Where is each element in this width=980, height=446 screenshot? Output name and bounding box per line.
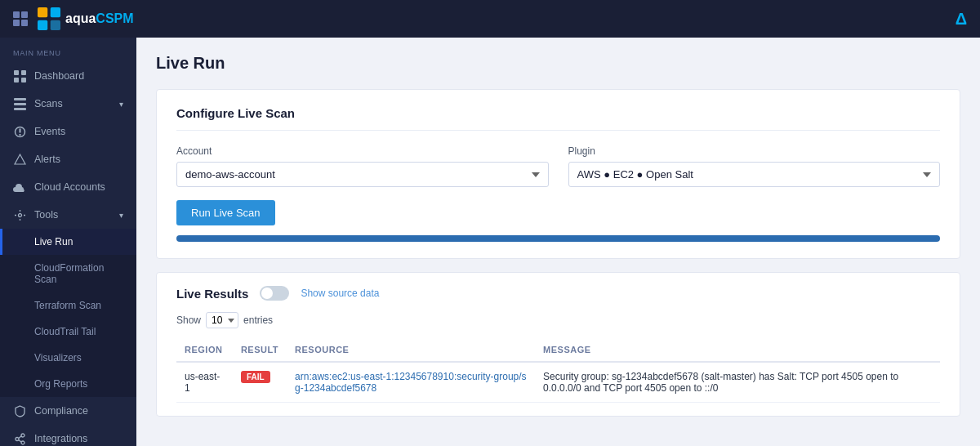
tools-icon [13,208,26,221]
progress-bar [176,235,940,242]
configure-scan-title: Configure Live Scan [176,106,940,131]
results-header: Live Results Show source data [176,286,940,301]
sidebar-item-scans-label: Scans [34,98,63,109]
entries-label: entries [243,314,273,326]
results-card: Live Results Show source data Show 10 25… [156,272,960,417]
toggle-switch[interactable] [260,286,289,301]
sidebar-item-cloud-accounts[interactable]: Cloud Accounts [0,173,136,201]
sidebar-item-compliance-label: Compliance [34,405,88,417]
scans-icon [13,97,26,110]
sidebar-item-terraform-label: Terraform Scan [34,300,101,311]
logo-container: aquaCSPM [38,7,134,30]
sidebar-item-compliance[interactable]: Compliance [0,397,136,425]
svg-point-17 [21,441,24,444]
layout: MAIN MENU Dashboard Scans ▾ Events Aler [0,38,980,446]
col-resource: RESOURCE [287,338,535,362]
sidebar-item-alerts[interactable]: Alerts [0,145,136,173]
sidebar-item-live-run-label: Live Run [34,236,73,248]
grid-icon[interactable] [13,11,28,26]
sidebar-item-tools[interactable]: Tools ▾ [0,201,136,229]
svg-rect-12 [19,128,20,132]
sidebar-sub-menu: Live Run CloudFormation Scan Terraform S… [0,229,136,397]
svg-point-15 [16,437,19,440]
sidebar-item-scans[interactable]: Scans ▾ [0,90,136,118]
tools-chevron-icon: ▾ [119,211,123,220]
main-content: Live Run Configure Live Scan Account dem… [136,38,980,446]
page-title: Live Run [156,54,960,73]
show-label: Show [176,314,201,326]
sidebar-item-dashboard[interactable]: Dashboard [0,62,136,90]
show-entries-row: Show 10 25 50 entries [176,312,940,328]
col-message: MESSAGE [535,338,940,362]
result-badge: FAIL [241,371,270,383]
alerts-icon [13,153,26,166]
sidebar-item-events-label: Events [34,126,65,137]
sidebar-item-terraform-scan[interactable]: Terraform Scan [0,292,136,319]
configure-scan-card: Configure Live Scan Account demo-aws-acc… [156,89,960,259]
svg-rect-0 [38,7,47,17]
topbar-left: aquaCSPM [13,7,134,30]
run-live-scan-button[interactable]: Run Live Scan [176,200,275,225]
sidebar-item-live-run[interactable]: Live Run [0,229,136,255]
svg-rect-2 [38,20,47,30]
sidebar-item-visualizers[interactable]: Visualizers [0,345,136,371]
results-title: Live Results [176,287,248,301]
account-select[interactable]: demo-aws-account [176,162,549,187]
results-table: REGION RESULT RESOURCE MESSAGE us-east-1… [176,338,940,403]
sidebar-item-dashboard-label: Dashboard [34,70,84,82]
svg-line-19 [18,439,20,442]
sidebar-item-cloudformation-label: CloudFormation Scan [34,262,123,285]
svg-rect-9 [14,103,26,105]
aqua-logo-icon [38,7,60,30]
sidebar-item-integrations[interactable]: Integrations [0,425,136,446]
plugin-select[interactable]: AWS ● EC2 ● Open Salt [568,162,941,187]
cloud-icon [13,181,26,194]
plugin-form-group: Plugin AWS ● EC2 ● Open Salt [568,145,941,187]
account-label: Account [176,145,549,157]
aqua-right-icon: Δ [956,10,967,28]
scans-chevron-icon: ▾ [119,100,123,109]
col-region: REGION [176,338,233,362]
svg-rect-1 [51,7,60,17]
table-header: REGION RESULT RESOURCE MESSAGE [176,338,940,362]
sidebar-item-cloudtrail-tail[interactable]: CloudTrail Tail [0,319,136,345]
svg-point-14 [18,213,21,216]
svg-rect-7 [21,78,26,83]
sidebar-item-alerts-label: Alerts [34,154,60,165]
account-form-group: Account demo-aws-account [176,145,549,187]
cell-result: FAIL [233,362,287,403]
cell-region: us-east-1 [176,362,233,403]
show-source-label[interactable]: Show source data [301,288,379,299]
sidebar-item-tools-label: Tools [34,209,58,221]
cell-message: Security group: sg-1234abcdef5678 (salt-… [535,362,940,403]
sidebar: MAIN MENU Dashboard Scans ▾ Events Aler [0,38,136,446]
svg-rect-5 [21,70,26,75]
sidebar-section-label: MAIN MENU [0,38,136,62]
svg-rect-3 [51,20,60,30]
svg-rect-4 [14,70,19,75]
svg-rect-10 [14,108,26,110]
sidebar-item-cloudformation-scan[interactable]: CloudFormation Scan [0,255,136,292]
sidebar-item-visualizers-label: Visualizers [34,352,82,363]
table-body: us-east-1 FAIL arn:aws:ec2:us-east-1:123… [176,362,940,403]
events-icon [13,125,26,138]
topbar: aquaCSPM Δ [0,0,980,38]
svg-line-18 [18,435,20,438]
entries-select[interactable]: 10 25 50 [206,312,238,328]
col-result: RESULT [233,338,287,362]
svg-rect-13 [19,134,20,136]
plugin-label: Plugin [568,145,941,157]
svg-point-16 [21,434,24,437]
sidebar-item-cloudtrail-label: CloudTrail Tail [34,326,96,337]
sidebar-item-events[interactable]: Events [0,118,136,145]
compliance-icon [13,404,26,417]
sidebar-item-cloud-accounts-label: Cloud Accounts [34,181,105,193]
sidebar-item-org-reports[interactable]: Org Reports [0,371,136,397]
cell-resource: arn:aws:ec2:us-east-1:12345678910:securi… [287,362,535,403]
sidebar-item-integrations-label: Integrations [34,433,87,444]
integrations-icon [13,432,26,445]
logo-text: aquaCSPM [65,11,134,26]
sidebar-item-org-reports-label: Org Reports [34,378,87,390]
svg-rect-6 [14,78,19,83]
topbar-right: Δ [956,10,967,29]
